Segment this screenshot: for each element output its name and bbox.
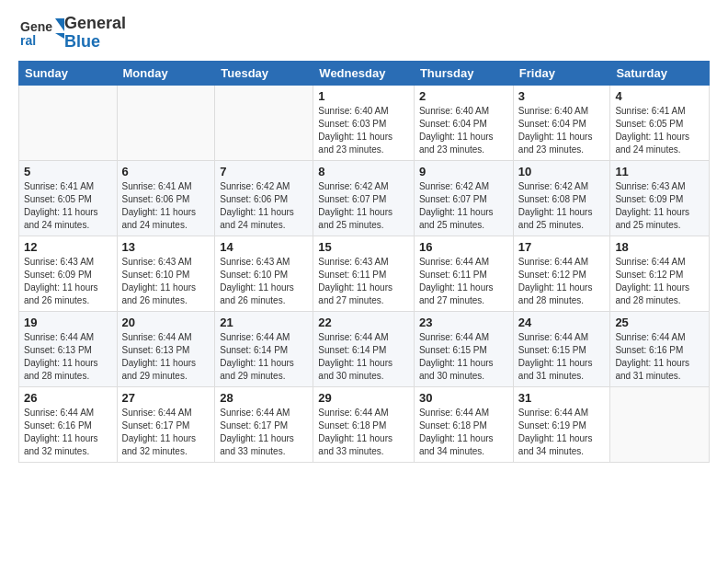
day-num-25: 25 [615,316,704,329]
day-num-26: 26 [24,391,112,405]
day-num-3: 3 [518,89,606,103]
day-num-12: 12 [24,240,112,254]
week-row-1: 5Sunrise: 6:41 AMSunset: 6:05 PMDaylight… [19,161,710,236]
day-num-18: 18 [615,240,704,254]
day-num-14: 14 [220,240,308,254]
header-thursday: Thursday [414,62,513,86]
day-info-23: Sunrise: 6:44 AMSunset: 6:15 PMDaylight:… [419,331,508,383]
day-info-9: Sunrise: 6:42 AMSunset: 6:07 PMDaylight:… [419,180,508,232]
header-monday: Monday [117,62,215,86]
cell-w1-d4: 9Sunrise: 6:42 AMSunset: 6:07 PMDaylight… [414,161,513,236]
day-num-1: 1 [318,89,409,103]
day-num-2: 2 [419,89,508,103]
cell-w3-d1: 20Sunrise: 6:44 AMSunset: 6:13 PMDayligh… [117,312,215,387]
day-info-12: Sunrise: 6:43 AMSunset: 6:09 PMDaylight:… [24,256,112,307]
cell-w2-d2: 14Sunrise: 6:43 AMSunset: 6:10 PMDayligh… [215,236,313,312]
day-info-10: Sunrise: 6:42 AMSunset: 6:08 PMDaylight:… [518,180,606,232]
day-info-30: Sunrise: 6:44 AMSunset: 6:18 PMDaylight:… [419,407,508,458]
day-info-3: Sunrise: 6:40 AMSunset: 6:04 PMDaylight:… [518,105,606,156]
day-info-25: Sunrise: 6:44 AMSunset: 6:16 PMDaylight:… [615,331,704,383]
cell-w2-d3: 15Sunrise: 6:43 AMSunset: 6:11 PMDayligh… [313,236,415,312]
svg-text:ral: ral [20,33,36,48]
cell-w1-d1: 6Sunrise: 6:41 AMSunset: 6:06 PMDaylight… [117,161,215,236]
day-num-30: 30 [419,391,508,405]
page: Gene ral General Blue Sunday Monday Tues… [0,0,728,563]
day-info-27: Sunrise: 6:44 AMSunset: 6:17 PMDaylight:… [122,407,210,458]
cell-w3-d6: 25Sunrise: 6:44 AMSunset: 6:16 PMDayligh… [610,312,710,387]
cell-w0-d0 [19,86,118,161]
day-num-22: 22 [318,316,409,329]
cell-w4-d5: 31Sunrise: 6:44 AMSunset: 6:19 PMDayligh… [513,387,610,463]
day-num-23: 23 [419,316,508,329]
cell-w3-d2: 21Sunrise: 6:44 AMSunset: 6:14 PMDayligh… [215,312,313,387]
day-info-31: Sunrise: 6:44 AMSunset: 6:19 PMDaylight:… [518,407,606,458]
calendar-table: Sunday Monday Tuesday Wednesday Thursday… [18,61,710,463]
cell-w2-d1: 13Sunrise: 6:43 AMSunset: 6:10 PMDayligh… [117,236,215,312]
day-info-26: Sunrise: 6:44 AMSunset: 6:16 PMDaylight:… [24,407,112,458]
cell-w0-d3: 1Sunrise: 6:40 AMSunset: 6:03 PMDaylight… [313,86,415,161]
cell-w3-d5: 24Sunrise: 6:44 AMSunset: 6:15 PMDayligh… [513,312,610,387]
logo-text: General Blue [64,15,126,52]
day-info-28: Sunrise: 6:44 AMSunset: 6:17 PMDaylight:… [220,407,308,458]
cell-w4-d6 [610,387,710,463]
day-num-28: 28 [220,391,308,405]
cell-w3-d0: 19Sunrise: 6:44 AMSunset: 6:13 PMDayligh… [19,312,118,387]
day-num-31: 31 [518,391,606,405]
day-num-17: 17 [518,240,606,254]
cell-w1-d6: 11Sunrise: 6:43 AMSunset: 6:09 PMDayligh… [610,161,710,236]
logo-general-text: General [64,15,126,33]
day-num-10: 10 [518,165,606,178]
cell-w4-d3: 29Sunrise: 6:44 AMSunset: 6:18 PMDayligh… [313,387,415,463]
weekday-header-row: Sunday Monday Tuesday Wednesday Thursday… [19,62,710,86]
cell-w2-d4: 16Sunrise: 6:44 AMSunset: 6:11 PMDayligh… [414,236,513,312]
day-info-7: Sunrise: 6:42 AMSunset: 6:06 PMDaylight:… [220,180,308,232]
day-info-5: Sunrise: 6:41 AMSunset: 6:05 PMDaylight:… [24,180,112,232]
cell-w2-d6: 18Sunrise: 6:44 AMSunset: 6:12 PMDayligh… [610,236,710,312]
day-info-15: Sunrise: 6:43 AMSunset: 6:11 PMDaylight:… [318,256,409,307]
day-info-22: Sunrise: 6:44 AMSunset: 6:14 PMDaylight:… [318,331,409,383]
day-num-8: 8 [318,165,409,178]
cell-w0-d4: 2Sunrise: 6:40 AMSunset: 6:04 PMDaylight… [414,86,513,161]
day-num-6: 6 [122,165,210,178]
day-info-16: Sunrise: 6:44 AMSunset: 6:11 PMDaylight:… [419,256,508,307]
header-sunday: Sunday [19,62,118,86]
day-num-27: 27 [122,391,210,405]
cell-w1-d5: 10Sunrise: 6:42 AMSunset: 6:08 PMDayligh… [513,161,610,236]
day-num-9: 9 [419,165,508,178]
day-info-13: Sunrise: 6:43 AMSunset: 6:10 PMDaylight:… [122,256,210,307]
cell-w1-d0: 5Sunrise: 6:41 AMSunset: 6:05 PMDaylight… [19,161,118,236]
cell-w4-d0: 26Sunrise: 6:44 AMSunset: 6:16 PMDayligh… [19,387,118,463]
logo-svg: Gene ral [18,15,64,52]
day-info-2: Sunrise: 6:40 AMSunset: 6:04 PMDaylight:… [419,105,508,156]
header: Gene ral General Blue [18,15,710,52]
day-info-17: Sunrise: 6:44 AMSunset: 6:12 PMDaylight:… [518,256,606,307]
week-row-0: 1Sunrise: 6:40 AMSunset: 6:03 PMDaylight… [19,86,710,161]
day-info-19: Sunrise: 6:44 AMSunset: 6:13 PMDaylight:… [24,331,112,383]
day-info-4: Sunrise: 6:41 AMSunset: 6:05 PMDaylight:… [615,105,704,156]
week-row-2: 12Sunrise: 6:43 AMSunset: 6:09 PMDayligh… [19,236,710,312]
header-friday: Friday [513,62,610,86]
day-num-11: 11 [615,165,704,178]
week-row-4: 26Sunrise: 6:44 AMSunset: 6:16 PMDayligh… [19,387,710,463]
day-info-1: Sunrise: 6:40 AMSunset: 6:03 PMDaylight:… [318,105,409,156]
cell-w0-d1 [117,86,215,161]
logo: Gene ral General Blue [18,15,126,52]
cell-w2-d0: 12Sunrise: 6:43 AMSunset: 6:09 PMDayligh… [19,236,118,312]
day-num-7: 7 [220,165,308,178]
day-num-29: 29 [318,391,409,405]
day-num-24: 24 [518,316,606,329]
cell-w0-d5: 3Sunrise: 6:40 AMSunset: 6:04 PMDaylight… [513,86,610,161]
day-num-15: 15 [318,240,409,254]
cell-w4-d2: 28Sunrise: 6:44 AMSunset: 6:17 PMDayligh… [215,387,313,463]
day-info-21: Sunrise: 6:44 AMSunset: 6:14 PMDaylight:… [220,331,308,383]
cell-w1-d3: 8Sunrise: 6:42 AMSunset: 6:07 PMDaylight… [313,161,415,236]
day-info-11: Sunrise: 6:43 AMSunset: 6:09 PMDaylight:… [615,180,704,232]
svg-marker-2 [55,18,64,31]
cell-w4-d1: 27Sunrise: 6:44 AMSunset: 6:17 PMDayligh… [117,387,215,463]
day-num-21: 21 [220,316,308,329]
day-num-4: 4 [615,89,704,103]
svg-marker-3 [55,33,64,39]
svg-text:Gene: Gene [20,19,52,34]
logo-blue-text: Blue [64,33,126,52]
header-wednesday: Wednesday [313,62,415,86]
